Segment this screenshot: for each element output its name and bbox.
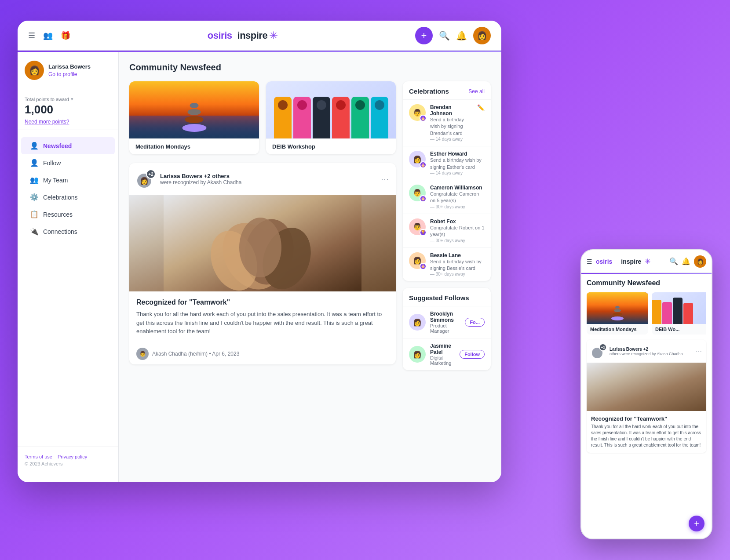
esther-avatar-wrapper: 👩 🎂 xyxy=(409,151,426,167)
esther-action[interactable]: Send a birthday wish by signing Esther's… xyxy=(430,157,485,171)
post-author-name: Larissa Bowers +2 others xyxy=(160,173,376,179)
robet-info: Robet Fox Congratulate Robert on 1 year(… xyxy=(430,218,485,243)
celebration-item-brendan: 👨 🎂 Brendan Johnson Send a birthday wish… xyxy=(403,99,491,146)
phone-post-header: +2 Larissa Bowers +2 others were recogni… xyxy=(587,340,706,363)
bessie-action[interactable]: Send a birthday wish by signing Bessie's… xyxy=(430,258,485,272)
suggested-follows-panel: Suggested Follows 👩 Brooklyn Simmons Pro… xyxy=(403,288,491,370)
jasmine-follow-button[interactable]: Follow xyxy=(460,350,485,359)
phone-deib-card[interactable]: DEIB Wo... xyxy=(652,292,706,335)
search-icon[interactable]: 🔍 xyxy=(439,30,450,41)
bell-icon[interactable]: 🔔 xyxy=(456,30,467,41)
phone-menu-icon[interactable]: ☰ xyxy=(587,258,592,265)
svg-point-5 xyxy=(239,218,281,277)
plus-button[interactable]: + xyxy=(415,27,433,44)
esther-badge: 🎂 xyxy=(420,161,427,168)
need-more-points-link[interactable]: Need more points? xyxy=(25,119,69,125)
phone-post-menu-icon[interactable]: ⋯ xyxy=(696,348,702,355)
celebrations-icon: ⚙️ xyxy=(30,193,39,201)
terms-link[interactable]: Terms of use xyxy=(25,454,52,459)
post-action-text: were recognized by Akash Chadha xyxy=(160,179,376,185)
recognition-title: Recognized for "Teamwork" xyxy=(136,298,389,306)
sidebar: 👩 Larissa Bowers Go to profile Total poi… xyxy=(18,52,119,482)
phone-search-icon[interactable]: 🔍 xyxy=(669,257,678,265)
brooklyn-role: Product Manager xyxy=(430,323,460,334)
phone-post-count: +2 xyxy=(599,343,607,351)
bessie-avatar-wrapper: 👩 🎂 xyxy=(409,252,426,269)
sidebar-item-follow[interactable]: 👤 Follow xyxy=(21,154,115,171)
sidebar-item-my-team[interactable]: 👥 My Team xyxy=(21,171,115,189)
points-value: 1,000 xyxy=(25,103,111,116)
deib-card[interactable]: DEIB Workshop xyxy=(266,81,396,154)
sidebar-item-connections-label: Connections xyxy=(43,228,77,235)
robet-badge: 🏆 xyxy=(420,229,427,236)
meditation-card-image xyxy=(129,81,259,138)
cameron-badge: 🎂 xyxy=(420,195,427,202)
meditation-card[interactable]: Meditation Mondays xyxy=(129,81,259,154)
main-three-col: Meditation Mondays xyxy=(129,81,491,371)
phone-bell-icon[interactable]: 🔔 xyxy=(682,257,690,265)
phone-meditation-image xyxy=(587,292,648,324)
poster-info: Akash Chadha (he/him) • Apr 6, 2023 xyxy=(152,351,239,357)
copyright-text: © 2023 Achievers xyxy=(25,461,111,466)
esther-time: — 14 days away xyxy=(430,171,485,175)
community-cards: Meditation Mondays xyxy=(129,81,396,154)
menu-icon[interactable]: ☰ xyxy=(28,31,35,40)
cameron-action[interactable]: Congratulate Cameron on 5 year(s) xyxy=(430,191,485,204)
meditation-card-title: Meditation Mondays xyxy=(129,138,259,154)
phone-deib-image xyxy=(652,292,706,324)
stone-1 xyxy=(190,103,199,108)
bessie-time: — 30+ days away xyxy=(430,272,485,276)
brooklyn-follow-button[interactable]: Fo... xyxy=(465,318,485,327)
see-all-link[interactable]: See all xyxy=(468,88,485,95)
footer-links: Terms of use Privacy policy xyxy=(25,454,111,459)
brooklyn-info: Brooklyn Simmons Product Manager xyxy=(430,311,460,334)
sidebar-goto-profile-link[interactable]: Go to profile xyxy=(48,71,77,77)
esther-info: Esther Howard Send a birthday wish by si… xyxy=(430,151,485,175)
points-label: Total points to award ▾ xyxy=(25,96,111,102)
celebrations-title: Celebrations xyxy=(409,87,449,95)
sidebar-item-resources[interactable]: 📋 Resources xyxy=(21,206,115,223)
sidebar-item-newsfeed[interactable]: 👤 Newsfeed xyxy=(21,137,115,154)
header-right-icons: + 🔍 🔔 👩 xyxy=(415,27,491,44)
brendan-info: Brendan Johnson Send a birthday wish by … xyxy=(430,104,473,142)
bessie-info: Bessie Lane Send a birthday wish by sign… xyxy=(430,252,485,277)
sidebar-item-resources-label: Resources xyxy=(43,211,73,218)
deib-card-title: DEIB Workshop xyxy=(266,138,396,154)
content-area: 👩 Larissa Bowers Go to profile Total poi… xyxy=(18,52,501,482)
resources-icon: 📋 xyxy=(30,210,39,218)
page-title: Community Newsfeed xyxy=(129,62,491,73)
brendan-action[interactable]: Send a birthday wish by signing Brendan'… xyxy=(430,116,473,137)
post-body: Recognized for "Teamwork" Thank you for … xyxy=(129,291,396,343)
celebration-item-robet: 👨 🏆 Robet Fox Congratulate Robert on 1 y… xyxy=(403,214,491,247)
sidebar-item-celebrations[interactable]: ⚙️ Celebrations xyxy=(21,189,115,206)
jasmine-avatar: 👩 xyxy=(409,346,426,363)
points-dropdown-icon[interactable]: ▾ xyxy=(71,96,73,102)
phone-header: ☰ osiris inspire ✳ 🔍 🔔 👩 xyxy=(581,250,712,273)
brendan-edit-icon[interactable]: ✏️ xyxy=(477,104,485,111)
phone-logo-osiris: osiris xyxy=(596,258,612,265)
celebration-item-bessie: 👩 🎂 Bessie Lane Send a birthday wish by … xyxy=(403,247,491,281)
phone-meditation-card[interactable]: Meditation Mondays xyxy=(587,292,648,335)
post-menu-icon[interactable]: ⋯ xyxy=(381,174,389,184)
gift-icon[interactable]: 🎁 xyxy=(61,31,70,40)
celebration-item-esther: 👩 🎂 Esther Howard Send a birthday wish b… xyxy=(403,146,491,180)
sidebar-item-connections[interactable]: 🔌 Connections xyxy=(21,223,115,240)
post-avatar-group: 👩 +2 xyxy=(136,169,156,189)
brendan-badge: 🎂 xyxy=(420,115,427,122)
phone-user-avatar[interactable]: 👩 xyxy=(694,255,706,268)
robet-action[interactable]: Congratulate Robert on 1 year(s) xyxy=(430,225,485,238)
phone-plus-button[interactable]: + xyxy=(689,516,704,531)
brendan-time: — 14 days away xyxy=(430,137,473,142)
right-panel: Celebrations See all 👨 🎂 Brenda xyxy=(403,81,491,371)
phone-post-action: others were recognized by Akash Chadha xyxy=(610,352,693,356)
app-header: ☰ 👥 🎁 osiris inspire ✳ + 🔍 🔔 👩 xyxy=(18,21,501,51)
privacy-link[interactable]: Privacy policy xyxy=(58,454,87,459)
user-avatar[interactable]: 👩 xyxy=(473,27,491,44)
post-date: Apr 6, 2023 xyxy=(212,351,239,357)
phone-recognition-title: Recognized for "Teamwork" xyxy=(591,415,702,422)
poster-name: Akash Chadha (he/him) xyxy=(152,351,208,357)
connections-icon: 🔌 xyxy=(30,227,39,236)
deib-card-image xyxy=(266,81,396,138)
robet-avatar-wrapper: 👨 🏆 xyxy=(409,218,426,235)
people-icon[interactable]: 👥 xyxy=(43,31,53,40)
